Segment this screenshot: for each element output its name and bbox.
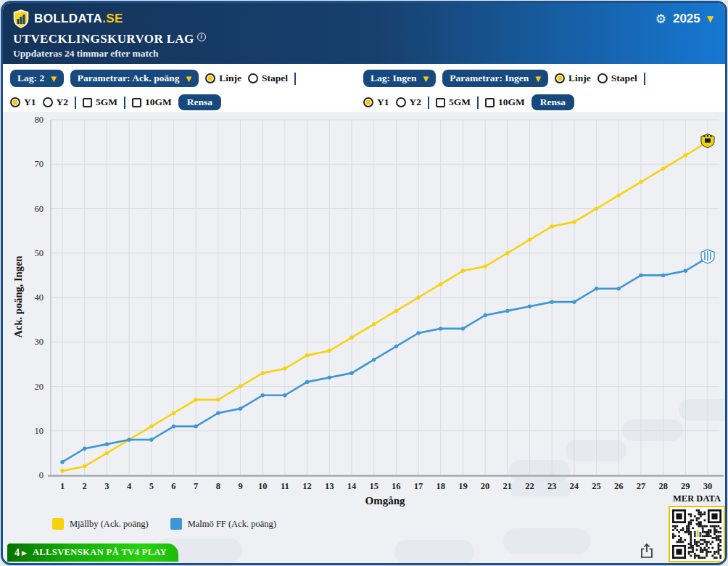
svg-text:22: 22 <box>525 481 534 491</box>
svg-text:11: 11 <box>281 481 289 491</box>
lag-dropdown-1[interactable]: Lag: 2▼ <box>10 70 64 87</box>
parametrar-dropdown-1[interactable]: Parametrar: Ack. poäng▼ <box>70 70 199 87</box>
y1-radio-1[interactable]: Y1 <box>10 97 36 108</box>
divider <box>124 97 125 109</box>
svg-text:28: 28 <box>658 481 668 491</box>
brand-logo: BOLLDATA.SE <box>13 9 123 28</box>
stapel-radio-2[interactable]: Stapel <box>597 73 637 84</box>
settings-gear-icon[interactable]: ⚙ <box>655 12 666 26</box>
10gm-checkbox-2[interactable]: 10GM <box>485 97 525 108</box>
svg-text:21: 21 <box>503 481 513 491</box>
radio-icon <box>10 97 20 107</box>
decorative-step <box>394 540 474 565</box>
chart-area: 0102030405060708012345678910111213141516… <box>3 112 725 565</box>
svg-text:9: 9 <box>238 481 242 491</box>
lag-dropdown-2[interactable]: Lag: Ingen▼ <box>363 70 436 87</box>
radio-icon <box>555 73 565 83</box>
y2-radio-1[interactable]: Y2 <box>43 97 69 108</box>
svg-text:10: 10 <box>35 426 44 436</box>
season-selector[interactable]: 2025 <box>673 12 700 26</box>
bolldata-widget: BOLLDATA.SE ⚙ 2025 ▼ UTVECKLINGSKURVOR L… <box>1 1 727 565</box>
linje-radio-1[interactable]: Linje <box>205 73 241 84</box>
svg-text:60: 60 <box>35 204 44 214</box>
qr-code-pattern <box>672 509 721 559</box>
svg-text:2: 2 <box>83 481 87 491</box>
radio-icon <box>597 73 608 83</box>
y1-radio-2[interactable]: Y1 <box>363 97 389 108</box>
5gm-checkbox-1[interactable]: 5GM <box>83 97 117 108</box>
svg-text:5: 5 <box>149 481 154 491</box>
svg-text:17: 17 <box>414 481 423 491</box>
svg-text:14: 14 <box>347 481 357 491</box>
checkbox-icon <box>83 98 92 107</box>
page-title: UTVECKLINGSKURVOR LAGi <box>13 32 713 46</box>
filter-panel-1: Lag: 2▼ Parametrar: Ack. poäng▼ Linje St… <box>10 68 363 112</box>
checkbox-icon <box>485 98 495 107</box>
share-icon[interactable] <box>640 543 653 562</box>
svg-text:20: 20 <box>35 382 44 392</box>
chevron-down-icon: ▼ <box>186 75 191 83</box>
radio-icon <box>205 73 215 83</box>
divider <box>75 97 76 109</box>
chevron-down-icon: ▼ <box>51 75 57 83</box>
svg-text:1: 1 <box>60 481 65 491</box>
svg-text:16: 16 <box>392 481 401 491</box>
svg-text:10: 10 <box>258 481 268 491</box>
svg-text:18: 18 <box>436 481 445 491</box>
brand-name: BOLLDATA.SE <box>34 12 123 26</box>
info-icon[interactable]: i <box>197 33 206 41</box>
chevron-down-icon: ▼ <box>535 75 541 83</box>
radio-icon <box>363 97 373 107</box>
svg-text:8: 8 <box>216 481 220 491</box>
tv4-logo: 4 <box>15 547 20 559</box>
play-icon: ▶ <box>22 549 27 557</box>
svg-text:40: 40 <box>35 292 44 303</box>
checkbox-icon <box>436 98 445 107</box>
svg-text:30: 30 <box>703 481 713 491</box>
parametrar-dropdown-2[interactable]: Parametrar: Ingen▼ <box>442 70 548 87</box>
svg-text:20: 20 <box>481 481 490 491</box>
radio-icon <box>43 97 53 107</box>
mer-data-label: MER DATA <box>669 493 725 504</box>
legend-item-mjallby[interactable]: Mjällby (Ack. poäng) <box>52 518 149 530</box>
legend-swatch-icon <box>52 518 64 530</box>
svg-text:70: 70 <box>35 159 44 169</box>
page-subtitle: Uppdateras 24 timmar efter match <box>13 48 713 60</box>
y-axis-label: Ack. poäng, Ingen <box>12 256 25 338</box>
5gm-checkbox-2[interactable]: 5GM <box>436 97 471 108</box>
svg-text:29: 29 <box>681 481 690 491</box>
svg-text:23: 23 <box>547 481 557 491</box>
chevron-down-icon: ▼ <box>423 75 429 83</box>
legend-swatch-icon <box>170 518 182 530</box>
svg-text:19: 19 <box>458 481 468 491</box>
chart-legend: Mjällby (Ack. poäng) Malmö FF (Ack. poän… <box>52 518 276 530</box>
divider <box>477 97 479 109</box>
linje-radio-2[interactable]: Linje <box>555 73 591 84</box>
y2-radio-2[interactable]: Y2 <box>396 97 422 108</box>
filter-controls: Lag: 2▼ Parametrar: Ack. poäng▼ Linje St… <box>3 64 725 112</box>
radio-icon <box>396 97 406 107</box>
divider <box>644 73 645 85</box>
svg-text:7: 7 <box>194 481 198 491</box>
svg-text:80: 80 <box>35 115 44 125</box>
svg-text:26: 26 <box>614 481 624 491</box>
qr-code <box>669 506 725 562</box>
season-caret-icon[interactable]: ▼ <box>707 14 713 24</box>
legend-item-malmo[interactable]: Malmö FF (Ack. poäng) <box>170 518 276 530</box>
tv4-play-ribbon[interactable]: 4▶ ALLSVENSKAN PÅ TV4 PLAY <box>7 544 178 562</box>
stapel-radio-1[interactable]: Stapel <box>248 73 288 84</box>
svg-text:24: 24 <box>570 481 579 491</box>
divider <box>428 97 429 109</box>
header: BOLLDATA.SE ⚙ 2025 ▼ UTVECKLINGSKURVOR L… <box>3 3 725 64</box>
rensa-button-1[interactable]: Rensa <box>178 94 221 110</box>
line-chart: 0102030405060708012345678910111213141516… <box>3 112 725 496</box>
svg-text:0: 0 <box>39 470 44 480</box>
filter-panel-2: Lag: Ingen▼ Parametrar: Ingen▼ Linje Sta… <box>363 68 716 112</box>
10gm-checkbox-1[interactable]: 10GM <box>132 97 172 108</box>
svg-text:6: 6 <box>171 481 175 491</box>
rensa-button-2[interactable]: Rensa <box>531 94 574 110</box>
svg-text:4: 4 <box>127 481 132 491</box>
bolldata-shield-icon <box>13 9 29 28</box>
radio-icon <box>248 73 258 83</box>
decorative-step <box>503 528 590 554</box>
